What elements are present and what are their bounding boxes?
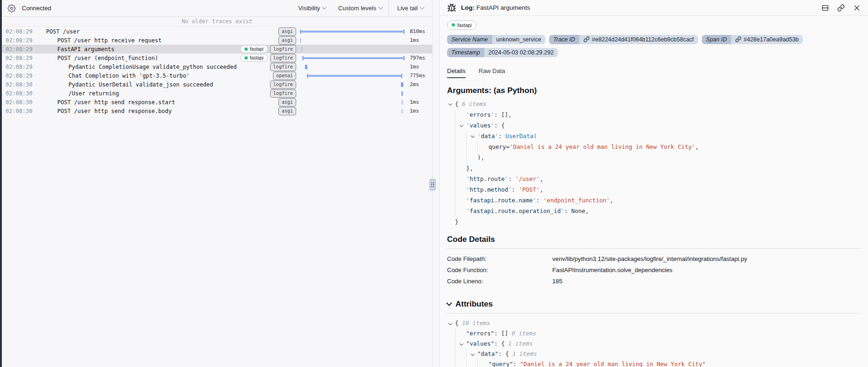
collapse-toggle-icon[interactable] [37, 29, 43, 34]
code-line: { 6 items [447, 99, 861, 109]
code-line: 'http.method': 'POST', [447, 184, 861, 195]
tag-value[interactable]: #e8224d24d41f064b112c6eb9cb58cacf [579, 35, 698, 44]
code-line: 'fastapi.route.operation_id': None, [447, 206, 861, 216]
indent-guide [455, 359, 466, 367]
span-diamond-icon [48, 38, 54, 43]
service-badge: fastapi [240, 45, 267, 53]
collapse-chevron-icon[interactable] [446, 300, 452, 306]
timeline-track [300, 36, 406, 45]
row-badges: openai [273, 72, 296, 80]
attribute-tag[interactable]: Trace ID#e8224d24d41f064b112c6eb9cb58cac… [549, 35, 698, 44]
row-duration: 775ms [406, 73, 432, 79]
gear-icon[interactable] [7, 4, 16, 13]
collapse-toggle-icon[interactable] [48, 55, 54, 61]
code-line: 'errors': [], [447, 109, 861, 120]
row-badges: logfire [270, 63, 296, 71]
trace-row[interactable]: 02:08:30POST /user http send response.bo… [2, 107, 432, 115]
split-view-icon[interactable] [821, 4, 829, 12]
scope-badge: asgi [278, 36, 296, 45]
code-line: "data": { 1 items [447, 349, 861, 359]
trace-row[interactable]: 02:08:29POST /user http receive requesta… [2, 36, 432, 45]
live-tail-dropdown[interactable]: Live tail [389, 0, 432, 16]
log-circle-icon [60, 91, 65, 96]
row-timestamp: 02:08:29 [6, 64, 34, 70]
code-line-content: 'values': { [466, 120, 505, 131]
copy-link-icon[interactable] [837, 4, 845, 12]
timeline-track [300, 27, 406, 36]
tag-label: Service Name [447, 35, 492, 44]
logfire-live-view: Connected Visibility Custom levels Live … [0, 0, 868, 367]
row-duration: 810ms [406, 28, 432, 34]
span-diamond-icon [60, 64, 65, 70]
row-indent [37, 111, 48, 111]
row-indent [37, 58, 48, 58]
duration-bar [401, 91, 403, 96]
attribute-tag[interactable]: Span ID#428e17a0ea9ad53b [702, 35, 803, 44]
code-line: } [447, 216, 861, 227]
row-duration: 797ms [406, 55, 432, 61]
scope-badge: logfire [270, 63, 296, 71]
timeline-track [300, 71, 406, 80]
trace-row[interactable]: 02:08:30Pydantic UserDetail validate_jso… [2, 80, 432, 89]
code-detail-label: Code Lineno: [447, 276, 552, 287]
span-diamond-icon [60, 73, 65, 79]
trace-row[interactable]: 02:08:29FastAPI argumentsfastapilogfire [2, 45, 432, 53]
bug-icon [447, 3, 456, 13]
trace-row[interactable]: 02:08:29POST /user (endpoint_function)fa… [2, 53, 432, 62]
tag-label: Timestamp [447, 48, 484, 57]
row-badges: asgi [278, 107, 296, 115]
row-timestamp: 02:08:29 [6, 37, 34, 44]
grip-dots-icon [431, 182, 434, 187]
tab-raw-data[interactable]: Raw Data [479, 67, 505, 78]
tree-collapse-icon[interactable] [448, 101, 452, 105]
duration-bar [401, 100, 403, 105]
row-indent [37, 75, 60, 76]
scope-badge: asgi [278, 107, 296, 115]
code-line: "values": { 1 items [447, 339, 861, 349]
duration-bar [300, 31, 405, 33]
scope-badge: logfire [270, 45, 296, 53]
timeline-track [300, 53, 406, 62]
indent-guide [466, 152, 477, 163]
code-detail-value: FastAPIInstrumentation.solve_dependencie… [552, 265, 672, 276]
code-detail-label: Code Function: [447, 265, 552, 276]
trace-row[interactable]: 02:08:29Chat Completion with 'gpt-3.5-tu… [2, 71, 432, 80]
row-name: POST /user (endpoint_function) [57, 55, 237, 61]
tree-collapse-icon[interactable] [448, 321, 452, 325]
visibility-dropdown[interactable]: Visibility [292, 0, 332, 16]
indent-guide [455, 173, 466, 184]
connection-status: Connected [22, 5, 51, 12]
row-duration: 1ms [406, 99, 432, 105]
row-indent [37, 102, 48, 102]
row-duration: 1ms [406, 64, 432, 70]
code-line: "query": "Daniel is a 24 year old man li… [447, 359, 861, 367]
code-detail-row: Code Lineno:185 [447, 276, 861, 287]
close-icon[interactable] [853, 4, 861, 12]
trace-row[interactable]: 02:08:30/User returninglogfire [2, 89, 432, 98]
scope-badge: logfire [270, 54, 296, 62]
attributes-tree: { 10 items"errors": [] 0 items"values": … [447, 318, 861, 367]
tag-value: 2024-05-03 02:08:29.292 [484, 48, 558, 57]
timeline-track [300, 107, 406, 115]
trace-panel: Connected Visibility Custom levels Live … [2, 0, 433, 367]
duration-bar [401, 109, 403, 113]
custom-levels-dropdown[interactable]: Custom levels [332, 0, 388, 16]
code-line-content: 'fastapi.route.name': 'endpoint_function… [466, 195, 613, 206]
row-indent [37, 40, 48, 40]
trace-row[interactable]: 02:08:30POST /user http send response.st… [2, 98, 432, 107]
tab-details[interactable]: Details [447, 67, 466, 78]
trace-row[interactable]: 02:08:29Pydantic CompletionUsage validat… [2, 62, 432, 71]
trace-row[interactable]: 02:08:29POST /userasgi810ms [2, 27, 432, 36]
code-line-content: query='Daniel is a 24 year old man livin… [488, 141, 699, 152]
code-line-content: 'fastapi.route.operation_id': None, [466, 206, 589, 216]
scope-badge: logfire [270, 80, 296, 89]
indent-guide [466, 359, 477, 367]
scope-badge: fastapi [447, 20, 476, 30]
arguments-heading: Arguments: (as Python) [447, 86, 861, 95]
attributes-heading: Attributes [455, 300, 493, 309]
tag-value[interactable]: #428e17a0ea9ad53b [731, 35, 803, 44]
code-detail-value: venv/lib/python3.12/site-packages/logfir… [552, 254, 747, 265]
section-divider [447, 313, 861, 314]
code-details-table: Code Filepath:venv/lib/python3.12/site-p… [447, 254, 861, 287]
panel-resize-handle[interactable] [429, 179, 436, 191]
